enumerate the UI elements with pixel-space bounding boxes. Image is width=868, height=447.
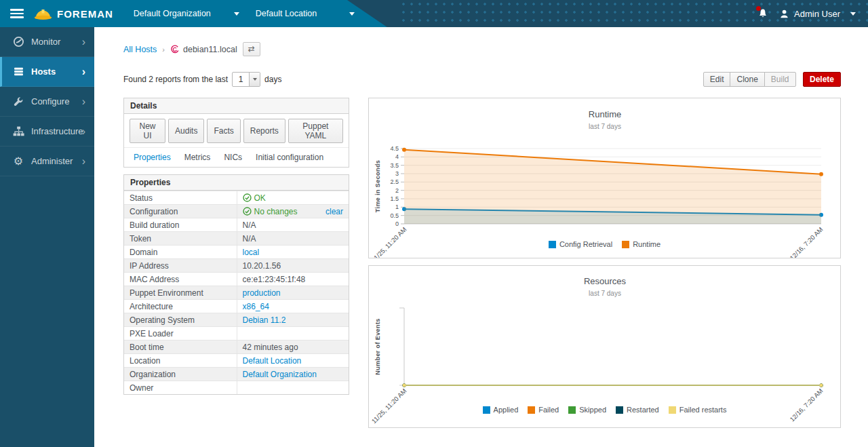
property-value[interactable]: Debian 11.2 (243, 315, 286, 325)
organization-menu[interactable]: Default Organization (125, 0, 248, 27)
y-tick-label: 2 (395, 187, 399, 194)
property-row-ip-address: IP Address10.20.1.56 (124, 259, 349, 273)
foreman-logo[interactable]: FOREMAN (34, 7, 113, 21)
chevron-right-icon: › (82, 126, 85, 137)
legend-swatch (483, 406, 490, 414)
property-row-operating-system: Operating SystemDebian 11.2 (124, 313, 349, 327)
y-tick-label: 2.5 (390, 178, 399, 185)
edit-button[interactable]: Edit (703, 72, 731, 87)
property-label: Puppet Environment (124, 286, 237, 300)
tab-properties[interactable]: Properties (127, 148, 178, 167)
notifications-button[interactable] (757, 8, 768, 19)
days-select-value: 1 (233, 73, 249, 86)
property-row-boot-time: Boot time42 minutes ago (124, 341, 349, 354)
resources-chart-legend: AppliedFailedSkippedRestartedFailed rest… (369, 406, 840, 414)
location-menu[interactable]: Default Location (248, 0, 363, 27)
switch-host-icon[interactable]: ⇄ (243, 42, 260, 56)
legend-item-skipped[interactable]: Skipped (568, 406, 606, 414)
days-select[interactable]: 1 (232, 72, 260, 87)
chart-subtitle: last 7 days (589, 290, 621, 297)
server-icon (12, 66, 25, 77)
property-label: Build duration (124, 218, 237, 232)
build-button[interactable]: Build (764, 72, 796, 87)
property-label: Domain (124, 246, 237, 259)
tab-initial-configuration[interactable]: Initial configuration (249, 148, 330, 167)
property-value[interactable]: local (243, 248, 260, 257)
property-value[interactable]: Default Organization (243, 370, 317, 379)
property-value: 42 minutes ago (243, 343, 298, 352)
hamburger-menu-icon[interactable] (10, 9, 24, 18)
sidebar-item-administer[interactable]: ⚙Administer› (0, 147, 94, 176)
sitemap-icon (12, 125, 25, 137)
sidebar-item-hosts[interactable]: Hosts› (0, 57, 94, 87)
puppet-yaml-button[interactable]: Puppet YAML (288, 119, 343, 143)
main-content: All Hosts › debian11.local ⇄ Found 2 rep… (94, 27, 868, 428)
property-value[interactable]: x86_64 (243, 302, 269, 311)
sidebar-item-infrastructure[interactable]: Infrastructure› (0, 117, 94, 147)
property-row-location: LocationDefault Location (124, 354, 349, 368)
brand-text: FOREMAN (57, 8, 113, 20)
property-label: Configuration (124, 205, 237, 218)
resources-chart: Resourceslast 7 daysNumber of Events11/2… (369, 266, 840, 427)
user-icon (779, 9, 789, 19)
legend-swatch (568, 406, 576, 414)
property-row-architecture: Architecturex86_64 (124, 300, 349, 313)
y-tick-label: 1 (395, 203, 399, 210)
breadcrumb-all-hosts-link[interactable]: All Hosts (123, 45, 157, 54)
legend-swatch (669, 406, 676, 414)
wrench-icon (12, 96, 25, 107)
property-value: ce:e1:23:45:1f:48 (243, 275, 306, 284)
property-row-domain: Domainlocal (124, 246, 349, 259)
legend-label: Restarted (627, 406, 659, 414)
property-label: Location (124, 354, 237, 368)
clone-button[interactable]: Clone (730, 72, 764, 87)
property-row-pxe-loader: PXE Loader (124, 327, 349, 341)
sidebar-item-configure[interactable]: Configure› (0, 87, 94, 117)
reports-button[interactable]: Reports (243, 119, 285, 143)
host-action-buttons: Edit Clone Build Delete (703, 72, 841, 87)
new-ui-button[interactable]: New UI (130, 119, 165, 143)
debian-icon (170, 45, 180, 54)
property-value: 10.20.1.56 (243, 261, 281, 271)
sidebar-item-label: Infrastructure (31, 126, 83, 136)
property-value: N/A (243, 234, 256, 244)
hardhat-icon (34, 7, 52, 21)
legend-item-config-retrieval[interactable]: Config Retrieval (549, 240, 612, 248)
tab-metrics[interactable]: Metrics (178, 148, 218, 167)
y-tick-label: 4.5 (390, 145, 399, 152)
chart-title: Resources (584, 276, 627, 286)
property-label: MAC Address (124, 273, 237, 286)
legend-item-failed-restarts[interactable]: Failed restarts (669, 406, 727, 414)
runtime-chart: Runtimelast 7 daysTime in Seconds00.511.… (369, 98, 840, 258)
tab-nics[interactable]: NICs (217, 148, 249, 167)
property-value[interactable]: production (243, 288, 281, 298)
gauge-icon (12, 36, 25, 47)
resources-chart-panel: Resourceslast 7 daysNumber of Events11/2… (368, 265, 841, 428)
property-row-build-duration: Build durationN/A (124, 218, 349, 232)
audits-button[interactable]: Audits (168, 119, 204, 143)
legend-item-runtime[interactable]: Runtime (622, 240, 660, 248)
property-value[interactable]: Default Location (243, 356, 302, 366)
clear-link[interactable]: clear (326, 207, 343, 216)
sidebar-item-monitor[interactable]: Monitor› (0, 27, 94, 57)
user-menu[interactable]: Admin User (779, 9, 856, 19)
sidebar-item-label: Administer (31, 156, 73, 166)
legend-item-failed[interactable]: Failed (528, 406, 559, 414)
property-label: Boot time (124, 341, 237, 354)
legend-label: Runtime (633, 240, 660, 248)
delete-button[interactable]: Delete (803, 72, 841, 87)
check-circle-icon (243, 207, 252, 216)
status-ok-value: OK (243, 193, 266, 203)
property-row-organization: OrganizationDefault Organization (124, 368, 349, 381)
reports-toolbar: Found 2 reports from the last 1 days Edi… (123, 72, 841, 87)
days-select-button[interactable] (249, 73, 260, 86)
sidebar-nav: Monitor›Hosts›Configure›Infrastructure›⚙… (0, 27, 94, 447)
property-row-owner: Owner (124, 381, 349, 395)
y-tick-label: 0 (395, 220, 399, 227)
legend-item-applied[interactable]: Applied (483, 406, 519, 414)
chart-title: Runtime (589, 109, 621, 119)
property-label: Token (124, 232, 237, 246)
legend-item-restarted[interactable]: Restarted (616, 406, 659, 414)
y-axis-label: Time in Seconds (374, 160, 381, 212)
facts-button[interactable]: Facts (207, 119, 240, 143)
